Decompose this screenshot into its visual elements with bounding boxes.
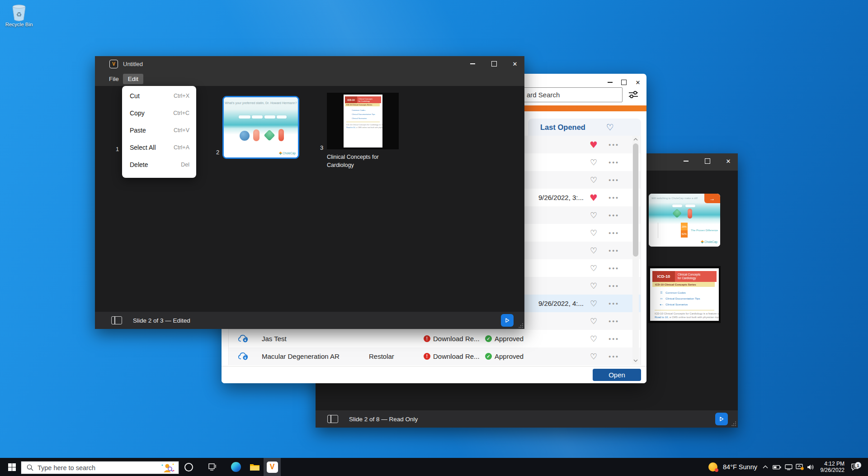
edit-menu: CutCtrl+XCopyCtrl+CPasteCtrl+VSelect All… xyxy=(122,86,196,178)
cortana-button[interactable] xyxy=(182,458,195,476)
win2-play-button[interactable] xyxy=(715,413,728,425)
table-row[interactable]: Jas Test!Download Re...✓Approved♡●●● xyxy=(229,330,641,347)
dialog-close-button[interactable]: ✕ xyxy=(629,76,646,89)
slideA-tagline: The Proven Difference xyxy=(691,229,718,232)
favorite-heart[interactable]: ♥ xyxy=(588,189,599,206)
menu-item-copy[interactable]: CopyCtrl+C xyxy=(122,105,196,122)
win1-menubar: File Edit xyxy=(95,71,524,86)
scrollbar-thumb[interactable] xyxy=(633,143,638,257)
favorite-heart[interactable]: ♡ xyxy=(588,153,599,171)
active-app-button[interactable]: V xyxy=(264,458,281,476)
last-opened-header[interactable]: Last Opened xyxy=(540,123,585,132)
slide2-heading: What's your preferred statin, Dr. Howard… xyxy=(224,101,298,105)
sidebar-toggle-icon[interactable] xyxy=(327,415,338,423)
favorite-heart[interactable]: ♡ xyxy=(588,206,599,224)
screen-share-icon[interactable] xyxy=(794,458,805,476)
cloud-download-icon xyxy=(238,330,249,347)
favorite-heart[interactable]: ♡ xyxy=(588,330,599,347)
network-icon[interactable] xyxy=(783,458,794,476)
error-status-icon: ! xyxy=(424,330,430,347)
speaker-icon: ◂︵ xyxy=(660,303,664,307)
icd-item-scenarios: Clinical Scenarios xyxy=(665,303,688,306)
favorite-heart[interactable]: ♡ xyxy=(588,259,599,277)
win2-close-button[interactable]: ✕ xyxy=(720,153,737,169)
search-placeholder: Type here to search xyxy=(38,464,95,471)
battery-icon[interactable] xyxy=(771,458,782,476)
win2-maximize-button[interactable] xyxy=(699,153,716,169)
win1-titlebar[interactable]: V Untitled ✕ xyxy=(95,56,524,71)
icd-doc-small: ICD-10 Clinical Conceptsfor Cardiology I… xyxy=(344,95,382,148)
document-name: Macular Degeneration AR xyxy=(262,347,340,365)
volume-icon[interactable] xyxy=(805,458,816,476)
slide3-caption: Clinical Concepts for Cardiology xyxy=(327,153,386,169)
icd-series-band: ICD-10 Clinical Concepts Series xyxy=(345,103,380,106)
row-more-button[interactable]: ●●● xyxy=(609,189,619,206)
file-explorer-button[interactable] xyxy=(248,458,261,476)
icd-body-line2: Road to 10, a CMS online tool built with… xyxy=(346,126,382,129)
menu-item-paste[interactable]: PasteCtrl+V xyxy=(122,122,196,139)
win1-minimize-button[interactable] xyxy=(464,56,481,71)
action-center-button[interactable]: 1 xyxy=(847,458,863,476)
menu-edit[interactable]: Edit xyxy=(123,74,143,84)
sidebar-toggle-icon[interactable] xyxy=(111,316,122,324)
search-highlights-icon[interactable] xyxy=(160,462,175,473)
open-button[interactable]: Open xyxy=(593,369,641,381)
row-more-button[interactable]: ●●● xyxy=(609,330,619,347)
favorite-heart[interactable]: ♡ xyxy=(588,224,599,242)
row-more-button[interactable]: ●●● xyxy=(609,259,619,277)
favorite-heart[interactable]: ♡ xyxy=(588,242,599,259)
row-more-button[interactable]: ●●● xyxy=(609,277,619,295)
cortana-icon xyxy=(184,463,193,471)
favorite-heart[interactable]: ♡ xyxy=(588,295,599,312)
menu-item-cut[interactable]: CutCtrl+X xyxy=(122,87,196,105)
favorite-heart[interactable]: ♡ xyxy=(588,347,599,365)
scroll-down-icon[interactable] xyxy=(633,358,638,363)
last-opened-date: 9/26/2022, 4:... xyxy=(518,295,584,312)
filter-icon[interactable] xyxy=(627,89,640,101)
win2-slide-thumbnail-icd10[interactable]: ICD-10 Clinical Concepts for Cardiology … xyxy=(648,266,721,323)
resize-grip[interactable] xyxy=(519,323,524,328)
minimize-icon xyxy=(470,63,475,64)
icd-badge: ICD-10 xyxy=(652,271,675,282)
win2-minimize-button[interactable] xyxy=(677,153,694,169)
menu-item-select-all[interactable]: Select AllCtrl+A xyxy=(122,139,196,156)
clock[interactable]: 4:12 PM 9/26/2022 xyxy=(816,458,844,476)
favorite-heart[interactable]: ♡ xyxy=(588,171,599,189)
slideA-arrow-badge[interactable]: → xyxy=(704,194,720,203)
favorite-column-icon[interactable]: ♡ xyxy=(606,123,614,132)
favorite-heart[interactable]: ♡ xyxy=(588,312,599,330)
row-more-button[interactable]: ●●● xyxy=(609,242,619,259)
slide2-thumbnail-selected[interactable]: What's your preferred statin, Dr. Howard… xyxy=(222,96,299,159)
task-view-button[interactable] xyxy=(205,458,220,476)
taskbar-search[interactable]: Type here to search xyxy=(21,461,179,474)
win1-maximize-button[interactable] xyxy=(486,56,503,71)
start-button[interactable] xyxy=(4,458,19,476)
icd-header-line1: Clinical Concepts xyxy=(678,273,717,276)
weather-text[interactable]: 84°F Sunny xyxy=(722,458,759,476)
row-more-button[interactable]: ●●● xyxy=(609,347,619,365)
row-more-button[interactable]: ●●● xyxy=(609,312,619,330)
weather-icon[interactable] xyxy=(705,458,721,476)
row-more-button[interactable]: ●●● xyxy=(609,206,619,224)
win1-play-button[interactable] xyxy=(501,314,514,327)
row-more-button[interactable]: ●●● xyxy=(609,153,619,171)
edge-button[interactable] xyxy=(229,458,243,476)
table-row[interactable]: Macular Degeneration ARRestolar!Download… xyxy=(229,347,641,365)
win1-close-button[interactable]: ✕ xyxy=(506,56,524,71)
resize-grip[interactable] xyxy=(731,421,736,426)
slide3-thumbnail[interactable]: ICD-10 Clinical Conceptsfor Cardiology I… xyxy=(327,93,399,149)
menu-file[interactable]: File xyxy=(105,74,123,84)
tray-expand-button[interactable] xyxy=(760,458,770,476)
row-more-button[interactable]: ●●● xyxy=(609,171,619,189)
row-more-button[interactable]: ●●● xyxy=(609,136,619,153)
recycle-bin[interactable]: ♻ Recycle Bin xyxy=(5,4,33,27)
row-more-button[interactable]: ●●● xyxy=(609,224,619,242)
row-more-button[interactable]: ●●● xyxy=(609,295,619,312)
scroll-up-icon[interactable] xyxy=(633,137,638,142)
menu-item-delete[interactable]: DeleteDel xyxy=(122,156,196,173)
scrollbar[interactable] xyxy=(632,136,639,364)
favorite-heart[interactable]: ♥ xyxy=(588,136,599,153)
win1-statusbar: Slide 2 of 3 — Edited xyxy=(95,312,524,329)
favorite-heart[interactable]: ♡ xyxy=(588,277,599,295)
recycle-bin-label: Recycle Bin xyxy=(5,22,33,27)
